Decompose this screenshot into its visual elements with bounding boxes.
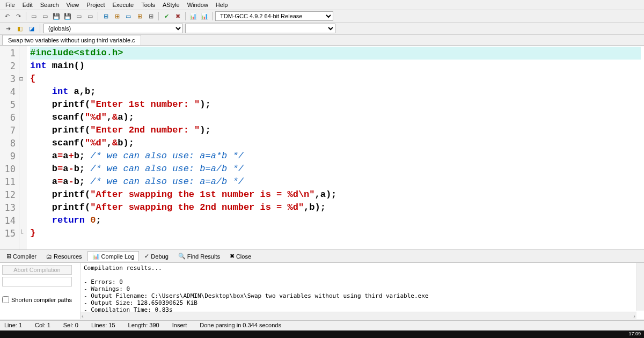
fold-gutter[interactable]: ⊟ └ (19, 46, 27, 249)
compile-log-panel: Abort Compilation Shorten compiler paths… (0, 263, 644, 319)
forward-icon[interactable]: ↷ (13, 11, 23, 21)
main-toolbar: ↶ ↷ ▭ ▭ 💾 💾 ▭ ▭ ⊞ ⊞ ▭ ⊞ ⊞ ✔ ✖ 📊 📊 TDM-GC… (0, 10, 644, 23)
status-mode: Insert (172, 322, 187, 328)
output-tab-close[interactable]: ✖Close (225, 251, 255, 261)
log-output[interactable]: Compilation results... - Errors: 0 - War… (80, 263, 644, 319)
stats2-icon[interactable]: 📊 (200, 11, 209, 21)
file-tab-bar: Swap two variables without using third v… (0, 35, 644, 46)
save-icon[interactable]: 💾 (52, 11, 61, 21)
rebuildall-icon[interactable]: ⊞ (146, 11, 156, 21)
shorten-check-input[interactable] (2, 296, 9, 303)
code-line[interactable]: printf("Enter 2nd number: "); (30, 124, 641, 137)
log-scroll-h[interactable]: ‹› (80, 312, 636, 319)
code-line[interactable]: b=a-b; /* we can also use: b=a/b */ (30, 163, 641, 175)
output-tab-compiler[interactable]: ⊞Compiler (2, 251, 41, 261)
code-line[interactable]: a=a-b; /* we can also use: a=a/b */ (30, 175, 641, 188)
status-parse: Done parsing in 0.344 seconds (200, 322, 281, 328)
output-tab-compile-log[interactable]: 📊Compile Log (87, 251, 140, 261)
os-taskbar: 17:09 (0, 330, 644, 338)
goto2-icon[interactable]: ◪ (27, 24, 36, 33)
tab-label: Compiler (13, 253, 36, 260)
tab-label: Resources (54, 253, 82, 260)
close-icon: ✖ (230, 253, 235, 260)
goto-icon[interactable]: ➜ (3, 24, 13, 33)
tab-label: Compile Log (101, 253, 135, 260)
menu-project[interactable]: Project (83, 1, 108, 9)
code-line[interactable]: { (30, 72, 641, 85)
stats1-icon[interactable]: 📊 (188, 11, 198, 21)
menu-search[interactable]: Search (37, 1, 62, 9)
menu-window[interactable]: Window (184, 1, 211, 9)
open-icon[interactable]: ▭ (40, 11, 50, 21)
menu-edit[interactable]: Edit (19, 1, 36, 9)
shorten-label: Shorten compiler paths (11, 297, 72, 303)
code-line[interactable]: int a,b; (30, 85, 641, 98)
find-results-icon: 🔍 (178, 253, 186, 260)
clock: 17:09 (628, 331, 641, 337)
saveall-icon[interactable]: 💾 (63, 11, 72, 21)
new-icon[interactable]: ▭ (29, 11, 39, 21)
code-line[interactable]: printf("After swapping the 2nd number is… (30, 201, 641, 214)
abort-button: Abort Compilation (2, 265, 72, 275)
tab-label: Debug (151, 253, 168, 260)
menu-bar: FileEditSearchViewProjectExecuteToolsASt… (0, 0, 644, 10)
shorten-paths-checkbox[interactable]: Shorten compiler paths (2, 296, 78, 303)
code-line[interactable]: #include<stdio.h> (30, 47, 641, 60)
menu-tools[interactable]: Tools (138, 1, 158, 9)
compiler-icon: ⊞ (6, 253, 11, 260)
tab-label: Close (236, 253, 251, 260)
output-tab-resources[interactable]: 🗂Resources (42, 251, 86, 261)
bookmark-icon[interactable]: ◧ (15, 24, 25, 33)
code-line[interactable]: } (30, 227, 641, 240)
compile-log-icon: 📊 (92, 253, 100, 260)
run-icon[interactable]: ⊞ (112, 11, 122, 21)
code-line[interactable]: return 0; (30, 214, 641, 227)
print-icon[interactable]: ▭ (74, 11, 84, 21)
code-area[interactable]: #include<stdio.h>int main(){ int a,b; pr… (27, 46, 644, 249)
resources-icon: 🗂 (46, 253, 52, 260)
code-line[interactable]: a=a+b; /* we can also use: a=a*b */ (30, 150, 641, 163)
compile-icon[interactable]: ⊞ (101, 11, 111, 21)
output-tab-find-results[interactable]: 🔍Find Results (174, 251, 224, 261)
output-tab-bar: ⊞Compiler🗂Resources📊Compile Log✓Debug🔍Fi… (0, 249, 644, 263)
tab-label: Find Results (187, 253, 220, 260)
code-line[interactable]: int main() (30, 60, 641, 72)
status-sel: Sel: 0 (63, 322, 78, 328)
code-line[interactable]: printf("Enter 1st number: "); (30, 98, 641, 111)
status-line: Line: 1 (4, 322, 22, 328)
back-icon[interactable]: ↶ (2, 11, 12, 21)
menu-file[interactable]: File (2, 1, 18, 9)
menu-execute[interactable]: Execute (109, 1, 137, 9)
cancel-icon[interactable]: ✖ (173, 11, 182, 21)
code-editor[interactable]: 123456789101112131415 ⊟ └ #include<stdio… (0, 46, 644, 249)
code-line[interactable]: scanf("%d",&b); (30, 137, 641, 150)
status-length: Length: 390 (128, 322, 159, 328)
compiler-select[interactable]: TDM-GCC 4.9.2 64-bit Release (215, 11, 333, 21)
menu-help[interactable]: Help (213, 1, 231, 9)
line-gutter: 123456789101112131415 (0, 46, 19, 249)
member-select[interactable] (185, 24, 335, 33)
cmd-box (2, 277, 72, 286)
code-line[interactable]: printf("After swapping the 1st number is… (30, 188, 641, 201)
rebuild-icon[interactable]: ⊞ (135, 11, 144, 21)
other-icon[interactable]: ▭ (85, 11, 95, 21)
status-bar: Line: 1 Col: 1 Sel: 0 Lines: 15 Length: … (0, 320, 644, 329)
check-icon[interactable]: ✔ (162, 11, 171, 21)
status-lines: Lines: 15 (91, 322, 115, 328)
menu-astyle[interactable]: AStyle (159, 1, 183, 9)
log-scroll-v[interactable] (636, 263, 644, 311)
status-col: Col: 1 (35, 322, 50, 328)
compilerun-icon[interactable]: ▭ (123, 11, 133, 21)
debug-icon: ✓ (144, 253, 149, 260)
menu-view[interactable]: View (63, 1, 83, 9)
secondary-toolbar: ➜ ◧ ◪ (globals) (0, 23, 644, 35)
scope-select[interactable]: (globals) (43, 24, 183, 33)
file-tab[interactable]: Swap two variables without using third v… (2, 35, 141, 45)
output-tab-debug[interactable]: ✓Debug (140, 251, 172, 261)
log-controls: Abort Compilation Shorten compiler paths (0, 263, 80, 319)
code-line[interactable]: scanf("%d",&a); (30, 111, 641, 124)
